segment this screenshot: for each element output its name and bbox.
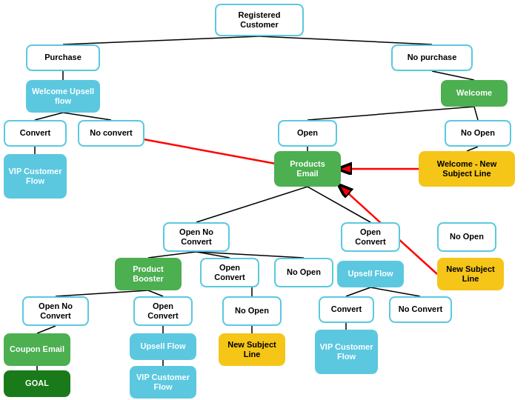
open-no-convert-far-left-node: Open No Convert	[22, 296, 89, 326]
svg-line-8	[474, 107, 478, 120]
diagram: Registered CustomerPurchaseNo purchaseWe…	[0, 0, 532, 400]
no-purchase-node: No purchase	[391, 44, 473, 71]
svg-line-21	[37, 326, 56, 333]
vip-customer-flow-node: VIP Customer Flow	[4, 154, 67, 199]
svg-line-19	[346, 287, 370, 296]
new-subject-line-right-node: New Subject Line	[437, 258, 504, 290]
open-node: Open	[278, 120, 337, 147]
svg-line-12	[307, 187, 370, 222]
svg-line-7	[307, 107, 474, 120]
product-booster-node: Product Booster	[115, 258, 182, 290]
no-open-far-right-node: No Open	[437, 222, 496, 252]
coupon-email-node: Coupon Email	[4, 333, 70, 366]
no-open-right-node: No Open	[445, 120, 511, 147]
goal-node: GOAL	[4, 370, 70, 397]
welcome-upsell-node: Welcome Upsell flow	[26, 80, 100, 113]
svg-line-14	[196, 252, 230, 258]
svg-line-3	[432, 71, 474, 80]
svg-line-15	[196, 252, 304, 258]
no-open-left-node: No Open	[222, 296, 282, 326]
svg-line-13	[148, 252, 196, 258]
products-email-node: Products Email	[274, 151, 341, 187]
vip-customer-flow-left-node: VIP Customer Flow	[130, 366, 196, 399]
upsell-flow-left-node: Upsell Flow	[130, 333, 196, 360]
open-convert-left-node: Open Convert	[133, 296, 193, 326]
upsell-flow-right-node: Upsell Flow	[337, 261, 404, 287]
new-subject-line-mid-node: New Subject Line	[219, 333, 285, 366]
no-convert-right-node: No Convert	[389, 296, 452, 323]
svg-line-4	[35, 113, 63, 120]
open-no-convert-left-node: Open No Convert	[163, 222, 230, 252]
svg-line-1	[259, 36, 432, 44]
svg-line-17	[148, 290, 163, 296]
open-convert-mid-node: Open Convert	[200, 258, 259, 287]
registered-customer-node: Registered Customer	[215, 4, 304, 36]
svg-line-0	[63, 36, 259, 44]
convert-right-node: Convert	[319, 296, 374, 323]
convert-node: Convert	[4, 120, 67, 147]
svg-line-5	[63, 113, 111, 120]
purchase-node: Purchase	[26, 44, 100, 71]
open-convert-right-node: Open Convert	[341, 222, 400, 252]
welcome-new-subject-node: Welcome - New Subject Line	[419, 151, 515, 187]
svg-line-20	[370, 287, 420, 296]
svg-line-11	[196, 187, 307, 222]
no-open-mid-node: No Open	[274, 258, 333, 287]
no-convert-node: No convert	[78, 120, 144, 147]
svg-line-16	[56, 290, 148, 296]
vip-customer-flow-right-node: VIP Customer Flow	[315, 330, 378, 374]
welcome-node: Welcome	[441, 80, 508, 107]
